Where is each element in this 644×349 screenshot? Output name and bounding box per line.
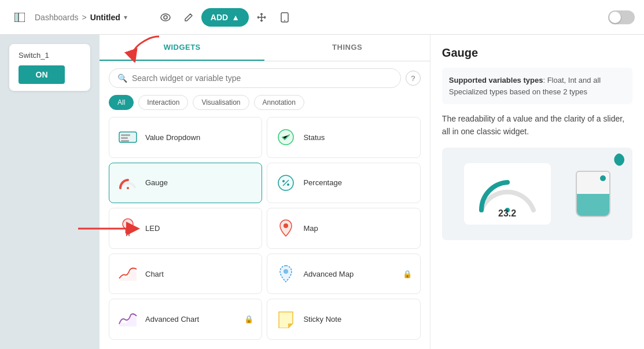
widget-item-advanced-map[interactable]: Advanced Map 🔒 xyxy=(267,254,420,295)
svg-point-20 xyxy=(284,269,288,274)
add-button-label: ADD xyxy=(211,13,228,22)
sidebar-toggle-button[interactable] xyxy=(9,7,30,28)
toggle-knob xyxy=(609,12,621,23)
gauge-preview-value: 23.2 xyxy=(498,208,516,219)
mobile-button[interactable] xyxy=(274,7,295,28)
search-icon: 🔍 xyxy=(117,74,127,83)
panel-tabs: WIDGETS THINGS xyxy=(100,35,430,61)
edit-button[interactable] xyxy=(178,7,199,28)
help-icon[interactable]: ? xyxy=(406,71,421,86)
supported-types-label: Supported variables types xyxy=(449,76,543,85)
switch-on-button[interactable]: ON xyxy=(19,65,65,84)
sticky-note-icon xyxy=(275,309,296,330)
status-icon xyxy=(275,127,296,148)
switch-widget: Switch_1 ON xyxy=(9,44,90,91)
map-label: Map xyxy=(303,224,318,233)
filter-chip-visualisation[interactable]: Visualisation xyxy=(193,95,249,110)
view-button[interactable] xyxy=(155,7,176,28)
search-input[interactable] xyxy=(132,74,392,83)
topbar: Dashboards > Untitled ▾ ADD ▲ xyxy=(0,0,644,35)
filter-chip-annotation[interactable]: Annotation xyxy=(254,95,304,110)
search-input-wrap: 🔍 xyxy=(109,68,401,88)
widget-item-gauge[interactable]: Gauge xyxy=(109,163,262,204)
percentage-label: Percentage xyxy=(303,178,342,187)
toggle-container xyxy=(608,10,635,24)
svg-point-15 xyxy=(287,183,289,186)
breadcrumb-separator: > xyxy=(82,13,87,22)
svg-rect-9 xyxy=(121,137,128,139)
widget-item-sticky-note[interactable]: Sticky Note xyxy=(267,299,420,340)
liquid-fill xyxy=(577,194,609,216)
tab-things[interactable]: THINGS xyxy=(264,35,429,61)
svg-point-16 xyxy=(123,219,133,229)
search-container: 🔍 ? xyxy=(100,61,430,95)
svg-rect-8 xyxy=(121,134,130,136)
liquid-bubble xyxy=(600,175,606,181)
detail-title: Gauge xyxy=(442,46,632,60)
widget-item-map[interactable]: Map xyxy=(267,208,420,249)
value-dropdown-label: Value Dropdown xyxy=(145,133,200,142)
svg-point-6 xyxy=(284,20,285,21)
led-label: LED xyxy=(145,224,160,233)
svg-point-4 xyxy=(164,16,167,19)
breadcrumb-current: Untitled xyxy=(90,13,120,22)
gauge-label: Gauge xyxy=(145,178,168,187)
led-icon xyxy=(117,218,138,238)
status-label: Status xyxy=(303,133,325,142)
widget-grid: Value Dropdown Status Gauge xyxy=(100,117,430,349)
filter-chip-all[interactable]: All xyxy=(109,95,134,110)
advanced-chart-label: Advanced Chart xyxy=(145,315,199,324)
advanced-chart-lock-icon: 🔒 xyxy=(244,315,253,324)
gauge-icon xyxy=(117,172,138,193)
chart-icon xyxy=(117,263,138,284)
widget-item-led[interactable]: LED xyxy=(109,208,262,249)
widget-item-advanced-chart[interactable]: Advanced Chart 🔒 xyxy=(109,299,262,340)
svg-point-19 xyxy=(284,223,288,228)
svg-rect-0 xyxy=(14,13,19,22)
value-dropdown-icon xyxy=(117,127,138,148)
map-icon xyxy=(275,218,296,238)
advanced-map-icon xyxy=(275,263,296,284)
chart-label: Chart xyxy=(145,270,164,278)
topbar-left: Dashboards > Untitled ▾ ADD ▲ xyxy=(9,7,608,28)
move-button[interactable] xyxy=(251,7,272,28)
add-button[interactable]: ADD ▲ xyxy=(201,8,249,27)
advanced-map-lock-icon: 🔒 xyxy=(403,270,412,278)
percentage-icon xyxy=(275,172,296,193)
breadcrumb: Dashboards > Untitled ▾ xyxy=(35,13,127,22)
moon-decoration xyxy=(612,153,624,166)
main-content: Switch_1 ON WIDGETS THINGS 🔍 ? A xyxy=(0,35,644,349)
widget-item-percentage[interactable]: Percentage xyxy=(267,163,420,204)
toggle-switch[interactable] xyxy=(608,10,635,24)
toolbar: ADD ▲ xyxy=(155,7,295,28)
dashboard-canvas: Switch_1 ON xyxy=(0,35,100,349)
breadcrumb-dropdown-icon[interactable]: ▾ xyxy=(124,13,127,21)
svg-point-14 xyxy=(282,180,285,182)
svg-point-12 xyxy=(127,187,129,189)
gauge-preview: 23.2 xyxy=(464,163,551,225)
advanced-chart-icon xyxy=(117,309,138,330)
widget-item-chart[interactable]: Chart xyxy=(109,254,262,295)
supported-types-box: Supported variables types: Float, Int an… xyxy=(442,68,632,104)
svg-point-3 xyxy=(161,14,170,21)
liquid-widget-preview xyxy=(576,171,610,217)
filter-chips: All Interaction Visualisation Annotation xyxy=(100,95,430,117)
detail-panel: Gauge Supported variables types: Float, … xyxy=(430,35,644,349)
preview-area: 23.2 xyxy=(442,148,632,240)
filter-chip-interaction[interactable]: Interaction xyxy=(138,95,188,110)
widget-item-value-dropdown[interactable]: Value Dropdown xyxy=(109,117,262,158)
tab-widgets[interactable]: WIDGETS xyxy=(100,35,264,61)
widget-dropdown-panel: WIDGETS THINGS 🔍 ? All Interaction Visua… xyxy=(100,35,430,349)
liquid-container xyxy=(576,171,610,217)
add-button-chevron: ▲ xyxy=(231,13,240,22)
svg-rect-10 xyxy=(121,140,129,142)
advanced-map-label: Advanced Map xyxy=(303,270,354,278)
sticky-note-label: Sticky Note xyxy=(303,315,341,324)
switch-widget-label: Switch_1 xyxy=(19,51,81,60)
widget-item-status[interactable]: Status xyxy=(267,117,420,158)
detail-description: The readability of a value and the clari… xyxy=(442,112,632,138)
breadcrumb-dashboards[interactable]: Dashboards xyxy=(35,13,79,22)
